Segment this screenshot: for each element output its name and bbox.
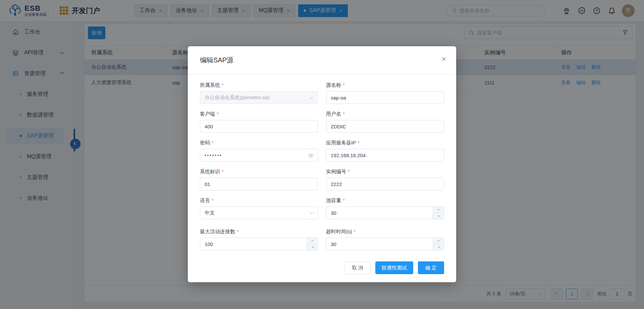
field-value: ••••••• xyxy=(205,153,222,158)
increment-button[interactable] xyxy=(433,207,444,213)
required-mark: * xyxy=(348,169,350,174)
username-input[interactable]: ZDDIC xyxy=(326,120,444,133)
pool-capacity-stepper[interactable]: 30 xyxy=(326,206,444,219)
field-label: 应用服务器IP xyxy=(326,140,356,145)
language-select[interactable]: 中文 xyxy=(200,206,318,219)
required-mark: * xyxy=(343,82,345,88)
field-username: 用户名* ZDDIC xyxy=(326,111,444,133)
cancel-button[interactable]: 取 消 xyxy=(344,261,371,274)
field-label: 系统标识 xyxy=(200,169,220,174)
decrement-button[interactable] xyxy=(307,244,318,250)
field-label: 客户端 xyxy=(200,111,215,117)
field-instance-number: 实例编号* 2222 xyxy=(326,169,444,190)
instance-number-input[interactable]: 2222 xyxy=(326,178,444,190)
field-label: 所属系统 xyxy=(200,82,220,88)
timeout-stepper[interactable]: 30 xyxy=(326,238,444,250)
connectivity-test-button[interactable]: 联通性测试 xyxy=(375,261,413,274)
field-max-active-connections: 最大活动连接数* 100 xyxy=(200,229,318,250)
max-active-connections-stepper[interactable]: 100 xyxy=(200,238,318,250)
field-label: 实例编号 xyxy=(326,169,346,174)
field-pool-capacity: 池容量* 30 xyxy=(326,197,444,219)
field-value: 01 xyxy=(205,181,210,187)
field-source-name: 源名称* sap-oa xyxy=(326,82,444,104)
increment-button[interactable] xyxy=(433,238,444,244)
chevron-down-icon xyxy=(310,95,313,99)
field-value: 中文 xyxy=(205,210,215,216)
app-root: ESB 企业服务总线 开发门户 工作台 × 业务地址 × 主题管理 × MQ源管… xyxy=(0,0,644,309)
client-input[interactable]: 400 xyxy=(200,120,318,133)
chevron-down-icon xyxy=(310,210,313,214)
system-id-input[interactable]: 01 xyxy=(200,178,318,190)
required-mark: * xyxy=(222,169,224,174)
field-value: 100 xyxy=(205,241,213,247)
number-spinner xyxy=(307,238,318,250)
field-value: 30 xyxy=(331,210,336,216)
required-mark: * xyxy=(358,140,360,145)
field-value: 办公自动化系统(primeton.oa) xyxy=(205,95,270,101)
increment-button[interactable] xyxy=(307,238,318,244)
required-mark: * xyxy=(212,197,214,203)
field-value: 192.168.16.204 xyxy=(331,152,366,158)
field-owner-system: 所属系统* 办公自动化系统(primeton.oa) xyxy=(200,82,318,104)
field-password: 密码* ••••••• xyxy=(200,140,318,162)
field-label: 语言 xyxy=(200,197,210,203)
confirm-button[interactable]: 确 定 xyxy=(418,261,444,274)
required-mark: * xyxy=(237,229,239,234)
field-value: 30 xyxy=(331,241,336,247)
required-mark: * xyxy=(217,111,219,117)
field-language: 语言* 中文 xyxy=(200,197,318,219)
required-mark: * xyxy=(222,82,224,88)
owner-system-select[interactable]: 办公自动化系统(primeton.oa) xyxy=(200,91,318,104)
app-server-ip-input[interactable]: 192.168.16.204 xyxy=(326,149,444,162)
dialog-title: 编辑SAP源 xyxy=(200,56,233,65)
required-mark: * xyxy=(343,111,345,117)
field-timeout: 超时时间(s)* 30 xyxy=(326,229,444,250)
field-label: 最大活动连接数 xyxy=(200,229,235,234)
dialog-form: 所属系统* 办公自动化系统(primeton.oa) 源名称* sap-oa 客… xyxy=(188,74,456,257)
field-label: 用户名 xyxy=(326,111,341,117)
required-mark: * xyxy=(343,197,345,203)
field-app-server-ip: 应用服务器IP* 192.168.16.204 xyxy=(326,140,444,162)
required-mark: * xyxy=(212,140,214,145)
field-label: 池容量 xyxy=(326,197,341,203)
password-input[interactable]: ••••••• xyxy=(200,149,318,162)
decrement-button[interactable] xyxy=(433,213,444,219)
field-system-id: 系统标识* 01 xyxy=(200,169,318,190)
field-label: 超时时间(s) xyxy=(326,229,352,234)
number-spinner xyxy=(433,207,444,219)
field-value: 2222 xyxy=(331,181,342,187)
dialog-footer: 取 消 联通性测试 确 定 xyxy=(344,261,444,274)
field-client: 客户端* 400 xyxy=(200,111,318,133)
close-icon[interactable]: × xyxy=(441,55,446,63)
number-spinner xyxy=(433,238,444,250)
field-value: 400 xyxy=(205,124,213,129)
decrement-button[interactable] xyxy=(433,244,444,250)
dialog-header: 编辑SAP源 × xyxy=(188,46,456,74)
field-value: ZDDIC xyxy=(331,124,346,129)
field-value: sap-oa xyxy=(331,95,346,101)
field-label: 源名称 xyxy=(326,82,341,88)
source-name-input[interactable]: sap-oa xyxy=(326,91,444,104)
eye-icon[interactable] xyxy=(308,152,314,160)
field-label: 密码 xyxy=(200,140,210,145)
required-mark: * xyxy=(354,229,356,234)
edit-sap-source-dialog: 编辑SAP源 × 所属系统* 办公自动化系统(primeton.oa) 源名称*… xyxy=(188,46,456,282)
